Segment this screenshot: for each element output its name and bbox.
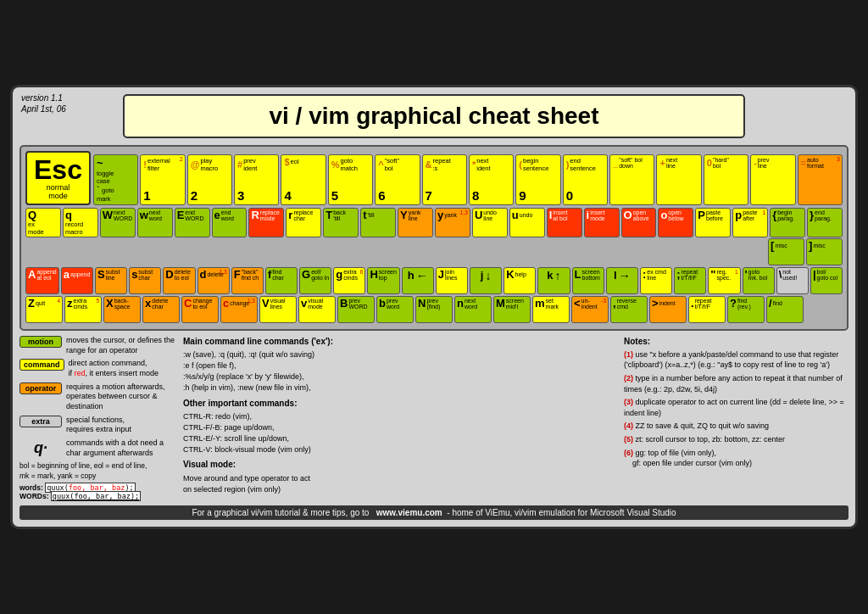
tilde-key[interactable]: ~ togglecase ` gotomark bbox=[93, 154, 138, 205]
key-X[interactable]: X back-space bbox=[103, 296, 141, 323]
key-l[interactable]: l → bbox=[606, 267, 638, 294]
key-x[interactable]: x deletechar bbox=[142, 296, 180, 323]
key-V[interactable]: V visuallines bbox=[259, 296, 297, 323]
key-o[interactable]: o openbelow bbox=[658, 208, 693, 237]
key-H[interactable]: H screentop bbox=[367, 267, 399, 294]
key-gt[interactable]: > indent bbox=[649, 296, 687, 323]
key-D[interactable]: D deleteto eol bbox=[163, 267, 195, 294]
key-v[interactable]: v visualmode bbox=[298, 296, 336, 323]
qwerty-subrow-1: [ misc ] misc bbox=[25, 238, 843, 265]
legend-extra: extra special functions,requires extra i… bbox=[19, 416, 176, 435]
key-B[interactable]: B prevWORD bbox=[337, 296, 375, 323]
key-m[interactable]: m setmark bbox=[532, 296, 570, 323]
esc-key[interactable]: Esc normalmode bbox=[25, 151, 91, 205]
key-c[interactable]: 1,3 c change bbox=[220, 296, 258, 323]
key-Y[interactable]: Y yankline bbox=[398, 208, 433, 237]
key-P[interactable]: P pastebefore bbox=[695, 208, 731, 237]
key-t[interactable]: t 'till bbox=[360, 208, 396, 237]
key-3[interactable]: # prevident 3 bbox=[234, 154, 279, 205]
key-9[interactable]: ( beginsentence 9 bbox=[515, 154, 560, 205]
key-lt[interactable]: -3 < un-indent bbox=[571, 296, 609, 323]
key-quote[interactable]: 1 " reg.spec. bbox=[708, 267, 740, 294]
key-backslash[interactable]: \ notused! bbox=[776, 267, 809, 294]
key-brace-close[interactable]: } endparag. bbox=[807, 208, 843, 237]
key-minus[interactable]: - prevline bbox=[750, 154, 795, 205]
key-apostrophe[interactable]: ' gotomk. bol bbox=[743, 267, 775, 294]
key-r[interactable]: r replacechar bbox=[286, 208, 321, 237]
key-d[interactable]: 1,3 d delete bbox=[198, 267, 230, 294]
key-b[interactable]: b prevword bbox=[376, 296, 414, 323]
key-bracket-open[interactable]: [ misc bbox=[768, 238, 804, 265]
key-F[interactable]: F "back"find ch bbox=[231, 267, 264, 294]
legend-command: command direct action command,if red, it… bbox=[19, 359, 176, 378]
key-u[interactable]: u undo bbox=[509, 208, 545, 237]
key-z[interactable]: 5 z extracmds bbox=[64, 296, 102, 323]
key-J[interactable]: J joinlines bbox=[436, 267, 468, 294]
key-K[interactable]: K help bbox=[504, 267, 536, 294]
key-s[interactable]: s substchar bbox=[129, 267, 161, 294]
key-q[interactable]: q recordmacro bbox=[63, 208, 98, 237]
key-underscore[interactable]: _ "soft" boldown bbox=[609, 154, 654, 205]
key-bracket-close[interactable]: ] misc bbox=[806, 238, 843, 265]
notes-section: Notes: (1) use "x before a yank/paste/de… bbox=[624, 336, 849, 500]
key-w-next-word[interactable]: w nextword bbox=[137, 208, 173, 237]
key-4[interactable]: $ eol 4 bbox=[281, 154, 326, 205]
key-U[interactable]: U undoline bbox=[472, 208, 508, 237]
q-symbol: q· bbox=[19, 439, 62, 457]
key-L[interactable]: L screenbottom bbox=[572, 267, 604, 294]
key-h[interactable]: h ← bbox=[402, 267, 434, 294]
key-N[interactable]: N prev(find) bbox=[415, 296, 453, 323]
key-A[interactable]: A appendat eol bbox=[25, 267, 59, 294]
key-hard-bol[interactable]: 0 "hard"bol bbox=[704, 154, 748, 205]
key-p[interactable]: 1 p pasteafter bbox=[732, 208, 768, 237]
key-0[interactable]: ) endsentence 0 bbox=[563, 154, 608, 205]
motion-badge: motion bbox=[19, 336, 62, 348]
key-j[interactable]: j ↓ bbox=[470, 267, 502, 294]
key-question[interactable]: ? find(rev.) bbox=[727, 296, 765, 323]
visual-desc: Move around and type operator to acton s… bbox=[183, 473, 617, 495]
notes-title: Notes: bbox=[624, 336, 849, 348]
key-1[interactable]: 2 ! externalfilter 1 bbox=[140, 154, 185, 205]
note-1: (1) use "x before a yank/paste/del comma… bbox=[624, 349, 849, 371]
key-equals[interactable]: 3 = autoformat bbox=[798, 154, 843, 205]
key-Q[interactable]: Q exmode bbox=[25, 208, 61, 237]
key-f[interactable]: f findchar bbox=[265, 267, 298, 294]
key-brace-open[interactable]: { beginparag. bbox=[770, 208, 805, 237]
key-6[interactable]: ^ "soft"bol 6 bbox=[375, 154, 420, 205]
key-n[interactable]: n nextword bbox=[454, 296, 492, 323]
key-M[interactable]: M screenmid'l bbox=[493, 296, 531, 323]
key-2[interactable]: @ playmacro 2 bbox=[187, 154, 232, 205]
key-a[interactable]: a append bbox=[61, 267, 93, 294]
key-S[interactable]: S substline bbox=[95, 267, 127, 294]
version-info: version 1.1 April 1st, 06 bbox=[21, 92, 66, 114]
key-C[interactable]: C changeto eol bbox=[181, 296, 219, 323]
key-I[interactable]: I insertat bol bbox=[547, 208, 582, 237]
key-semicolon[interactable]: ; repeatt/T/f/F bbox=[674, 267, 706, 294]
key-slash[interactable]: / find bbox=[766, 296, 804, 323]
key-plus[interactable]: + nextline bbox=[656, 154, 701, 205]
key-period[interactable]: . repeatt/T/f/F bbox=[688, 296, 726, 323]
key-k[interactable]: k ↑ bbox=[537, 267, 570, 294]
key-comma[interactable]: , reversecmd bbox=[610, 296, 648, 323]
page-title: vi / vim graphical cheat sheet bbox=[142, 103, 726, 130]
key-g[interactable]: 6 g extracmds bbox=[333, 267, 365, 294]
key-7[interactable]: & repeat:s 7 bbox=[422, 154, 467, 205]
key-R[interactable]: R replacemode bbox=[248, 208, 284, 237]
key-G[interactable]: G eof/goto ln bbox=[299, 267, 331, 294]
esc-label: Esc bbox=[34, 156, 82, 183]
key-O[interactable]: O openabove bbox=[621, 208, 657, 237]
key-i[interactable]: i insertmode bbox=[584, 208, 620, 237]
key-T[interactable]: T back'till bbox=[323, 208, 359, 237]
key-y[interactable]: 1,3 y yank bbox=[435, 208, 470, 237]
key-pipe[interactable]: | bol/goto col bbox=[810, 267, 843, 294]
key-E[interactable]: E endWORD bbox=[175, 208, 210, 237]
key-Z[interactable]: 4 Z quit bbox=[25, 296, 63, 323]
key-8[interactable]: * nextident 8 bbox=[469, 154, 514, 205]
command-badge: command bbox=[19, 359, 64, 371]
key-e[interactable]: e endword bbox=[212, 208, 248, 237]
key-colon[interactable]: : ex cmdline bbox=[640, 267, 672, 294]
key-W-next-word[interactable]: W nextWORD bbox=[100, 208, 136, 237]
keyboard-area: Esc normalmode ~ togglecase ` gotomark 2 bbox=[19, 145, 849, 331]
key-5[interactable]: % gotomatch 5 bbox=[328, 154, 373, 205]
main-cmd-list: :w (save), :q (quit), :q! (quit w/o savi… bbox=[183, 349, 617, 394]
